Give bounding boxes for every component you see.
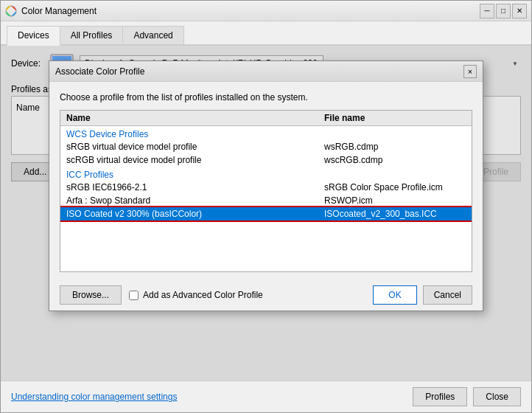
cancel-button[interactable]: Cancel	[423, 285, 472, 305]
list-item-srgb-iec[interactable]: sRGB IEC61966-2.1 sRGB Color Space Profi…	[60, 181, 472, 194]
browse-button[interactable]: Browse...	[60, 285, 122, 305]
ok-button[interactable]: OK	[373, 285, 416, 305]
advanced-profile-label: Add as Advanced Color Profile	[143, 290, 263, 300]
dialog-content: Choose a profile from the list of profil…	[49, 82, 483, 280]
main-window: Color Management ─ □ ✕ Devices All Profi…	[0, 0, 532, 413]
advanced-profile-checkbox-row: Add as Advanced Color Profile	[129, 290, 365, 300]
title-bar: Color Management ─ □ ✕	[1, 1, 531, 21]
col-filename-header: File name	[324, 113, 466, 123]
window-close-button[interactable]: ✕	[512, 4, 527, 18]
main-content: Device: Display: 1. Generic PnP Monitor …	[1, 46, 531, 381]
list-item-srgb-virtual[interactable]: sRGB virtual device model profile wsRGB.…	[60, 140, 472, 153]
minimize-button[interactable]: ─	[480, 4, 494, 18]
dialog-instructions: Choose a profile from the list of profil…	[60, 92, 472, 103]
list-item-scrgb-virtual[interactable]: scRGB virtual device model profile wscRG…	[60, 153, 472, 167]
maximize-button[interactable]: □	[496, 4, 511, 18]
list-item-icc-category[interactable]: ICC Profiles	[60, 167, 472, 181]
list-header: Name File name	[60, 111, 472, 126]
dialog-actions: OK Cancel	[373, 285, 472, 305]
title-bar-controls: ─ □ ✕	[480, 4, 527, 18]
col-name-header: Name	[66, 113, 324, 123]
title-bar-left: Color Management	[5, 5, 97, 17]
dialog-title: Associate Color Profile	[55, 66, 144, 77]
tab-all-profiles[interactable]: All Profiles	[60, 26, 124, 44]
bottom-right: Profiles Close	[413, 387, 521, 406]
profile-list[interactable]: Name File name WCS Device Profiles sRGB …	[60, 110, 472, 272]
bottom-bar: Understanding color management settings …	[1, 381, 531, 412]
associate-profile-dialog: Associate Color Profile × Choose a profi…	[49, 60, 483, 311]
dialog-title-bar: Associate Color Profile ×	[49, 61, 483, 82]
dialog-bottom: Browse... Add as Advanced Color Profile …	[49, 280, 483, 310]
list-item-wcs-category[interactable]: WCS Device Profiles	[60, 126, 472, 140]
advanced-profile-checkbox[interactable]	[129, 291, 139, 300]
tab-devices[interactable]: Devices	[7, 26, 60, 46]
list-item-arfa-swop[interactable]: Arfa : Swop Standard RSWOP.icm	[60, 194, 472, 207]
profiles-button[interactable]: Profiles	[413, 387, 467, 406]
dialog-overlay: Associate Color Profile × Choose a profi…	[1, 46, 531, 381]
list-item-iso-coated[interactable]: ISO Coated v2 300% (basICColor) ISOcoate…	[60, 207, 472, 221]
dialog-close-button[interactable]: ×	[463, 65, 477, 78]
tab-advanced[interactable]: Advanced	[122, 26, 183, 44]
color-management-link[interactable]: Understanding color management settings	[11, 392, 177, 402]
tab-bar: Devices All Profiles Advanced	[1, 21, 531, 46]
color-management-icon	[5, 5, 17, 17]
close-button[interactable]: Close	[473, 387, 521, 406]
window-title: Color Management	[21, 6, 97, 16]
